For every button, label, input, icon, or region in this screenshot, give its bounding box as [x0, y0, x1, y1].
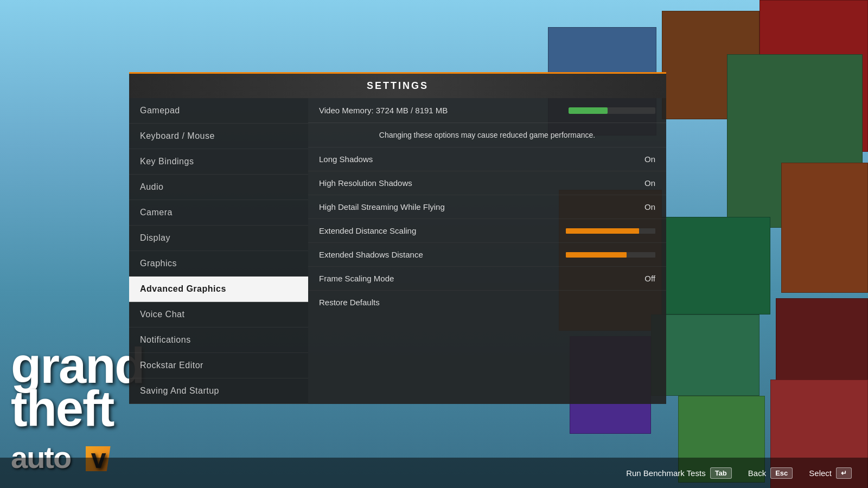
container-9	[651, 314, 760, 396]
back-button[interactable]: Back Esc	[748, 467, 793, 479]
video-memory-label: Video Memory: 3724 MB / 8191 MB	[319, 106, 558, 115]
sidebar-item-saving-startup[interactable]: Saving And Startup	[129, 378, 308, 404]
setting-row-long-shadows[interactable]: Long ShadowsOn	[308, 147, 666, 171]
setting-row-restore-defaults[interactable]: Restore Defaults	[308, 291, 666, 314]
setting-label-high-res-shadows: High Resolution Shadows	[319, 178, 628, 188]
settings-sidebar: GamepadKeyboard / MouseKey BindingsAudio…	[129, 98, 308, 404]
setting-label-high-detail-streaming: High Detail Streaming While Flying	[319, 202, 628, 211]
setting-value-high-detail-streaming: On	[628, 202, 655, 211]
video-memory-row: Video Memory: 3724 MB / 8191 MB	[308, 98, 666, 123]
sidebar-item-graphics[interactable]: Graphics	[129, 251, 308, 277]
benchmark-label: Run Benchmark Tests	[626, 468, 705, 478]
container-6	[651, 217, 770, 314]
setting-value-high-res-shadows: On	[628, 178, 655, 188]
settings-title: SETTINGS	[129, 72, 666, 98]
video-memory-bar-fill	[569, 107, 608, 114]
sidebar-item-voice-chat[interactable]: Voice Chat	[129, 302, 308, 328]
warning-text: Changing these options may cause reduced…	[308, 123, 666, 147]
back-label: Back	[748, 468, 766, 478]
setting-bar-container-extended-distance-scaling	[566, 228, 655, 234]
setting-value-long-shadows: On	[628, 155, 655, 164]
select-button[interactable]: Select ↵	[809, 467, 852, 479]
setting-value-frame-scaling-mode: Off	[628, 274, 655, 283]
setting-row-high-detail-streaming[interactable]: High Detail Streaming While FlyingOn	[308, 195, 666, 219]
settings-body: GamepadKeyboard / MouseKey BindingsAudio…	[129, 98, 666, 404]
setting-label-extended-distance-scaling: Extended Distance Scaling	[319, 226, 566, 235]
setting-label-frame-scaling-mode: Frame Scaling Mode	[319, 274, 628, 283]
setting-row-extended-distance-scaling[interactable]: Extended Distance Scaling	[308, 219, 666, 243]
container-5	[781, 163, 868, 293]
sidebar-item-key-bindings[interactable]: Key Bindings	[129, 149, 308, 175]
select-label: Select	[809, 468, 832, 478]
sidebar-item-advanced-graphics[interactable]: Advanced Graphics	[129, 277, 308, 302]
select-key: ↵	[836, 467, 852, 479]
sidebar-item-gamepad[interactable]: Gamepad	[129, 98, 308, 124]
setting-bar-container-extended-shadows-distance	[566, 252, 655, 258]
setting-label-extended-shadows-distance: Extended Shadows Distance	[319, 250, 566, 259]
back-key: Esc	[770, 467, 793, 479]
sidebar-item-camera[interactable]: Camera	[129, 200, 308, 226]
setting-bar-fill-extended-shadows-distance	[566, 252, 627, 258]
gta-logo: grand theft auto V	[11, 344, 144, 472]
video-memory-bar-container	[569, 107, 655, 114]
sidebar-item-audio[interactable]: Audio	[129, 175, 308, 200]
benchmark-button[interactable]: Run Benchmark Tests Tab	[626, 467, 732, 479]
setting-row-extended-shadows-distance[interactable]: Extended Shadows Distance	[308, 243, 666, 267]
setting-bar-fill-extended-distance-scaling	[566, 228, 639, 234]
settings-main-content: Video Memory: 3724 MB / 8191 MB Changing…	[308, 98, 666, 404]
benchmark-key: Tab	[710, 467, 732, 479]
settings-rows: Long ShadowsOnHigh Resolution ShadowsOnH…	[308, 147, 666, 314]
sidebar-item-display[interactable]: Display	[129, 226, 308, 251]
sidebar-item-keyboard-mouse[interactable]: Keyboard / Mouse	[129, 124, 308, 149]
setting-row-frame-scaling-mode[interactable]: Frame Scaling ModeOff	[308, 267, 666, 291]
sidebar-item-rockstar-editor[interactable]: Rockstar Editor	[129, 353, 308, 378]
setting-row-high-res-shadows[interactable]: High Resolution ShadowsOn	[308, 171, 666, 195]
setting-label-long-shadows: Long Shadows	[319, 155, 628, 164]
sidebar-item-notifications[interactable]: Notifications	[129, 328, 308, 353]
bottom-bar: Run Benchmark Tests Tab Back Esc Select …	[0, 458, 868, 488]
settings-panel: SETTINGS GamepadKeyboard / MouseKey Bind…	[129, 72, 666, 404]
